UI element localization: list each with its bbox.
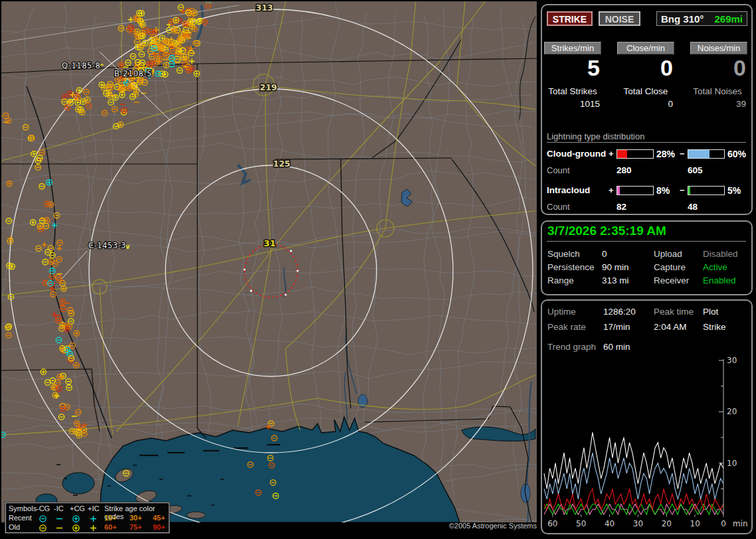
total-close-label: Total Close	[615, 86, 676, 96]
intracloud-label: Intracloud	[547, 185, 590, 195]
svg-text:B-2108-5: B-2108-5	[114, 69, 152, 78]
lightning-tracker-app: { "header": { "strike": "STRIKE", "noise…	[0, 0, 756, 539]
strikes-per-min-chip: Strikes/min	[544, 42, 601, 54]
svg-text:Q-1185-8: Q-1185-8	[62, 61, 100, 70]
ic-neg-count: 48	[688, 202, 698, 212]
cg-pos-pct: 28%	[656, 149, 675, 159]
cg-neg-old-icon	[39, 523, 47, 532]
svg-text:0: 0	[721, 519, 726, 528]
lightning-map[interactable]: 31321912531 Q-1185-8^B-2108-5C-1453-3v	[1, 1, 537, 522]
noises-per-min-chip: Noises/min	[690, 42, 747, 54]
close-per-min-value: 0	[617, 56, 673, 79]
upload-label: Upload	[654, 249, 682, 259]
receiver-label: Receiver	[654, 275, 689, 285]
cg-neg-bar	[688, 149, 725, 159]
ic-pos-count: 82	[616, 202, 626, 212]
total-strikes-label: Total Strikes	[542, 86, 603, 96]
peak-time-value: 2:04 AM	[654, 322, 687, 332]
capture-label: Capture	[654, 262, 686, 272]
capture-value: Active	[703, 262, 727, 272]
total-strikes-value: 1015	[544, 99, 600, 109]
noise-button[interactable]: NOISE	[599, 11, 640, 26]
receiver-value: Enabled	[703, 275, 736, 285]
svg-text:31: 31	[264, 238, 276, 248]
ic-pos-bar	[616, 186, 654, 195]
svg-text:50: 50	[576, 519, 586, 528]
strikes-per-min-value: 5	[544, 56, 600, 79]
trend-graph-window: 60 min	[603, 342, 630, 352]
cg-pos-recent-icon	[72, 514, 80, 522]
peak-rate-value: 17/min	[603, 322, 630, 332]
squelch-value: 0	[602, 249, 607, 259]
peak-rate-label: Peak rate	[547, 322, 586, 332]
svg-text:10: 10	[727, 459, 737, 468]
status-panel: 3/7/2026 2:35:19 AM Squelch 0 Upload Dis…	[541, 220, 753, 295]
upload-value: Disabled	[703, 249, 738, 259]
persistence-label: Persistence	[547, 262, 595, 272]
svg-text:30: 30	[633, 519, 643, 528]
copyright-text: ©2005 Astrogenic Systems	[432, 522, 537, 530]
cg-pos-count: 280	[616, 165, 632, 175]
svg-text:min: min	[733, 519, 748, 528]
uptime-value: 1286:20	[603, 307, 636, 317]
cg-pos-bar	[616, 149, 654, 159]
svg-text:125: 125	[273, 159, 290, 169]
strike-button[interactable]: STRIKE	[547, 11, 593, 26]
svg-text:219: 219	[260, 82, 277, 92]
ic-neg-recent-icon	[55, 514, 64, 522]
cg-neg-count: 605	[688, 165, 703, 175]
svg-text:v: v	[126, 243, 130, 250]
noises-per-min-value: 0	[690, 56, 746, 79]
ic-pos-old-icon	[89, 523, 98, 532]
datetime-display: 3/7/2026 2:35:19 AM	[547, 224, 666, 238]
legend-row-old: Old	[9, 523, 20, 531]
svg-text:10: 10	[690, 519, 700, 528]
peak-time-label: Peak time	[654, 307, 694, 317]
stats-panel: STRIKE NOISE Bng 310° 269mi Strikes/min …	[541, 4, 753, 215]
range-value: 313 mi	[602, 275, 629, 285]
plot-label: Plot	[703, 307, 718, 317]
ic-pos-pct: 8%	[656, 185, 670, 196]
legend-row-recent: Recent	[9, 514, 32, 522]
legend-header-symbols: Symbols	[9, 504, 37, 512]
cg-neg-pct: 60%	[727, 149, 746, 159]
persistence-value: 90 min	[602, 262, 629, 272]
cg-pos-old-icon	[72, 523, 80, 532]
bearing-value: Bng 310°	[661, 13, 704, 25]
close-per-min-chip: Close/min	[617, 42, 674, 54]
bearing-indicator: Bng 310° 269mi	[656, 11, 747, 26]
svg-text:40: 40	[605, 519, 614, 528]
ic-pos-recent-icon	[89, 514, 98, 522]
trend-graph-label: Trend graph	[547, 342, 596, 352]
total-noises-value: 39	[690, 99, 746, 109]
ic-neg-pct: 5%	[727, 185, 741, 196]
total-noises-label: Total Noises	[687, 86, 748, 96]
bearing-range: 269mi	[714, 13, 743, 25]
svg-text:30: 30	[727, 356, 737, 365]
trend-graph: 1020306050403020100min	[543, 356, 751, 533]
ic-neg-bar	[688, 186, 725, 195]
trend-panel: Uptime 1286:20 Peak time Plot Peak rate …	[541, 299, 753, 534]
svg-text:20: 20	[662, 519, 672, 528]
range-label: Range	[547, 275, 574, 285]
svg-text:^: ^	[99, 63, 104, 70]
svg-text:C-1453-3: C-1453-3	[88, 241, 126, 250]
svg-text:20: 20	[727, 407, 737, 416]
cg-neg-recent-icon	[39, 514, 47, 522]
plot-mode-value: Strike	[703, 322, 726, 332]
symbol-legend: Symbols -CG -IC +CG +IC Strike age color…	[5, 502, 169, 533]
squelch-label: Squelch	[547, 249, 580, 259]
uptime-label: Uptime	[547, 307, 576, 317]
total-close-value: 0	[617, 99, 673, 109]
ic-neg-old-icon	[55, 523, 64, 532]
svg-text:313: 313	[256, 3, 273, 13]
svg-text:60: 60	[547, 519, 557, 528]
distribution-title: Lightning type distribution	[547, 131, 644, 141]
cloud-ground-label: Cloud-ground	[547, 149, 606, 159]
